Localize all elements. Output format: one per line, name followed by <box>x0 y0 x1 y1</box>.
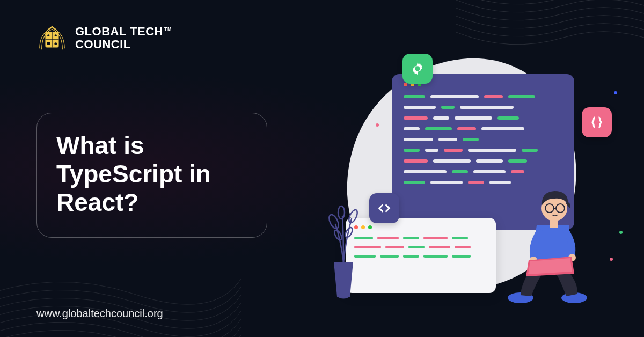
code-icon <box>377 201 392 216</box>
window-controls <box>354 225 487 229</box>
logo-text: GLOBAL TECHTM COUNCIL <box>75 25 172 51</box>
logo-line2: COUNCIL <box>75 38 172 51</box>
svg-point-6 <box>54 42 57 45</box>
logo: GLOBAL TECHTM COUNCIL <box>36 23 172 54</box>
code-badge <box>369 193 399 223</box>
page-title: What is TypeScript in React? <box>56 131 243 217</box>
code-window-small <box>346 218 496 293</box>
person-illustration <box>499 177 606 306</box>
gear-badge <box>402 54 433 84</box>
svg-point-3 <box>47 34 49 36</box>
illustration: </> <box>311 32 623 317</box>
accent-dot <box>610 258 613 261</box>
accent-dot <box>619 231 623 234</box>
braces-badge <box>582 107 612 137</box>
logo-emblem-icon <box>36 23 68 54</box>
bg-waves-bottom <box>0 246 241 337</box>
logo-line1: GLOBAL TECH <box>75 25 163 38</box>
braces-icon <box>589 115 604 130</box>
svg-point-4 <box>55 34 57 36</box>
plant-illustration <box>322 203 365 299</box>
svg-point-7 <box>416 67 420 71</box>
svg-point-9 <box>347 209 359 224</box>
gear-icon <box>410 61 425 76</box>
website-url: www.globaltechcouncil.org <box>36 307 163 320</box>
title-card: What is TypeScript in React? <box>36 113 267 238</box>
accent-dot <box>376 123 379 127</box>
logo-tm: TM <box>164 26 172 32</box>
svg-point-10 <box>338 206 345 219</box>
accent-dot <box>614 91 617 94</box>
svg-rect-5 <box>47 42 50 45</box>
